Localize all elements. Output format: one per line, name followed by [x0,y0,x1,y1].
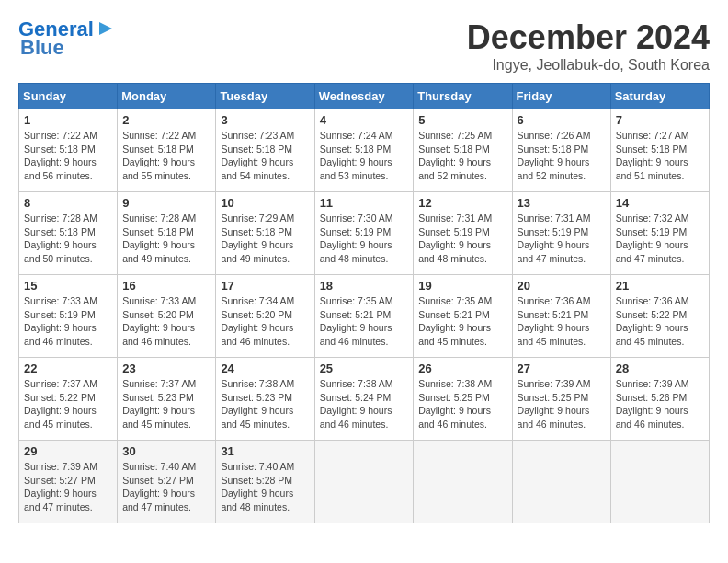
day-number: 24 [221,362,309,375]
day-info: Sunrise: 7:38 AMSunset: 5:23 PMDaylight:… [221,377,309,431]
day-info: Sunrise: 7:35 AMSunset: 5:21 PMDaylight:… [418,294,506,349]
calendar-day-cell: 8Sunrise: 7:28 AMSunset: 5:18 PMDaylight… [19,192,118,275]
calendar-day-cell: 16Sunrise: 7:33 AMSunset: 5:20 PMDayligh… [118,275,216,358]
day-info: Sunrise: 7:29 AMSunset: 5:18 PMDaylight:… [221,212,309,266]
day-number: 5 [418,113,506,127]
day-info: Sunrise: 7:38 AMSunset: 5:24 PMDaylight:… [320,377,409,431]
calendar-day-cell: 23Sunrise: 7:37 AMSunset: 5:23 PMDayligh… [118,358,216,441]
calendar-day-cell: 13Sunrise: 7:31 AMSunset: 5:19 PMDayligh… [512,192,610,275]
calendar-day-cell: 3Sunrise: 7:23 AMSunset: 5:18 PMDaylight… [216,109,314,192]
day-info: Sunrise: 7:27 AMSunset: 5:18 PMDaylight:… [616,129,704,183]
calendar-day-cell: 10Sunrise: 7:29 AMSunset: 5:18 PMDayligh… [216,192,314,275]
weekday-header: Monday [118,84,216,109]
calendar-day-cell: 6Sunrise: 7:26 AMSunset: 5:18 PMDaylight… [512,109,610,192]
calendar-day-cell: 14Sunrise: 7:32 AMSunset: 5:19 PMDayligh… [610,192,709,275]
day-number: 19 [418,279,506,293]
day-number: 23 [122,362,210,375]
day-number: 12 [418,196,506,210]
calendar-day-cell: 12Sunrise: 7:31 AMSunset: 5:19 PMDayligh… [414,192,512,275]
day-number: 11 [320,196,409,210]
calendar-day-cell: 18Sunrise: 7:35 AMSunset: 5:21 PMDayligh… [314,275,414,358]
day-number: 22 [24,362,112,375]
month-title: December 2024 [467,18,710,57]
day-number: 7 [616,113,704,127]
day-number: 8 [24,196,112,210]
weekday-header: Sunday [19,84,118,109]
day-info: Sunrise: 7:40 AMSunset: 5:28 PMDaylight:… [221,460,309,514]
day-number: 1 [24,113,112,127]
day-number: 21 [616,279,704,293]
calendar-day-cell [314,441,414,523]
calendar-day-cell: 28Sunrise: 7:39 AMSunset: 5:26 PMDayligh… [610,358,709,441]
calendar-week-row: 15Sunrise: 7:33 AMSunset: 5:19 PMDayligh… [19,275,710,358]
calendar-header-row: SundayMondayTuesdayWednesdayThursdayFrid… [19,84,710,109]
day-info: Sunrise: 7:24 AMSunset: 5:18 PMDaylight:… [320,129,409,183]
calendar-day-cell: 19Sunrise: 7:35 AMSunset: 5:21 PMDayligh… [414,275,512,358]
calendar-week-row: 1Sunrise: 7:22 AMSunset: 5:18 PMDaylight… [19,109,710,192]
day-info: Sunrise: 7:39 AMSunset: 5:27 PMDaylight:… [24,460,112,514]
weekday-header: Tuesday [216,84,314,109]
day-info: Sunrise: 7:31 AMSunset: 5:19 PMDaylight:… [418,212,506,266]
page-header: General Blue December 2024 Ingye, Jeolla… [18,18,710,74]
day-info: Sunrise: 7:37 AMSunset: 5:22 PMDaylight:… [24,377,112,431]
weekday-header: Saturday [610,84,709,109]
day-number: 18 [320,279,409,293]
calendar-day-cell: 4Sunrise: 7:24 AMSunset: 5:18 PMDaylight… [314,109,414,192]
day-info: Sunrise: 7:23 AMSunset: 5:18 PMDaylight:… [221,129,309,183]
calendar-week-row: 22Sunrise: 7:37 AMSunset: 5:22 PMDayligh… [19,358,710,441]
day-info: Sunrise: 7:36 AMSunset: 5:22 PMDaylight:… [616,294,704,349]
day-info: Sunrise: 7:34 AMSunset: 5:20 PMDaylight:… [221,294,309,349]
day-number: 2 [122,113,210,127]
calendar-day-cell: 9Sunrise: 7:28 AMSunset: 5:18 PMDaylight… [118,192,216,275]
day-number: 16 [122,279,210,293]
day-info: Sunrise: 7:33 AMSunset: 5:20 PMDaylight:… [122,294,210,349]
day-info: Sunrise: 7:32 AMSunset: 5:19 PMDaylight:… [616,212,704,266]
calendar-day-cell: 11Sunrise: 7:30 AMSunset: 5:19 PMDayligh… [314,192,414,275]
day-number: 13 [518,196,606,210]
location-text: Ingye, Jeollabuk-do, South Korea [467,57,710,74]
day-number: 29 [24,444,112,458]
day-number: 15 [24,279,112,293]
day-number: 25 [320,362,409,375]
day-number: 4 [320,113,409,127]
calendar-day-cell: 7Sunrise: 7:27 AMSunset: 5:18 PMDaylight… [610,109,709,192]
calendar-day-cell: 24Sunrise: 7:38 AMSunset: 5:23 PMDayligh… [216,358,314,441]
day-number: 6 [518,113,606,127]
calendar-day-cell: 5Sunrise: 7:25 AMSunset: 5:18 PMDaylight… [414,109,512,192]
logo-text2: Blue [20,37,64,59]
day-info: Sunrise: 7:38 AMSunset: 5:25 PMDaylight:… [418,377,506,431]
day-number: 9 [122,196,210,210]
day-number: 17 [221,279,309,293]
day-info: Sunrise: 7:36 AMSunset: 5:21 PMDaylight:… [518,294,606,349]
day-info: Sunrise: 7:37 AMSunset: 5:23 PMDaylight:… [122,377,210,431]
calendar-week-row: 8Sunrise: 7:28 AMSunset: 5:18 PMDaylight… [19,192,710,275]
day-number: 26 [418,362,506,375]
day-number: 20 [518,279,606,293]
title-section: December 2024 Ingye, Jeollabuk-do, South… [467,18,710,74]
calendar-day-cell: 22Sunrise: 7:37 AMSunset: 5:22 PMDayligh… [19,358,118,441]
calendar-day-cell [610,441,709,523]
day-info: Sunrise: 7:31 AMSunset: 5:19 PMDaylight:… [518,212,606,266]
day-info: Sunrise: 7:22 AMSunset: 5:18 PMDaylight:… [122,129,210,183]
day-number: 28 [616,362,704,375]
weekday-header: Friday [512,84,610,109]
calendar-day-cell: 29Sunrise: 7:39 AMSunset: 5:27 PMDayligh… [19,441,118,523]
calendar-day-cell: 15Sunrise: 7:33 AMSunset: 5:19 PMDayligh… [19,275,118,358]
calendar-day-cell: 17Sunrise: 7:34 AMSunset: 5:20 PMDayligh… [216,275,314,358]
calendar-day-cell: 20Sunrise: 7:36 AMSunset: 5:21 PMDayligh… [512,275,610,358]
calendar-day-cell: 2Sunrise: 7:22 AMSunset: 5:18 PMDaylight… [118,109,216,192]
calendar-day-cell: 1Sunrise: 7:22 AMSunset: 5:18 PMDaylight… [19,109,118,192]
calendar-day-cell: 30Sunrise: 7:40 AMSunset: 5:27 PMDayligh… [118,441,216,523]
day-info: Sunrise: 7:26 AMSunset: 5:18 PMDaylight:… [518,129,606,183]
day-info: Sunrise: 7:39 AMSunset: 5:25 PMDaylight:… [518,377,606,431]
weekday-header: Wednesday [314,84,414,109]
day-number: 27 [518,362,606,375]
calendar-day-cell: 21Sunrise: 7:36 AMSunset: 5:22 PMDayligh… [610,275,709,358]
calendar-day-cell [512,441,610,523]
day-info: Sunrise: 7:40 AMSunset: 5:27 PMDaylight:… [122,460,210,514]
calendar-week-row: 29Sunrise: 7:39 AMSunset: 5:27 PMDayligh… [19,441,710,523]
calendar-day-cell: 31Sunrise: 7:40 AMSunset: 5:28 PMDayligh… [216,441,314,523]
logo-arrow-icon [96,18,116,39]
day-number: 10 [221,196,309,210]
logo: General Blue [18,18,116,59]
